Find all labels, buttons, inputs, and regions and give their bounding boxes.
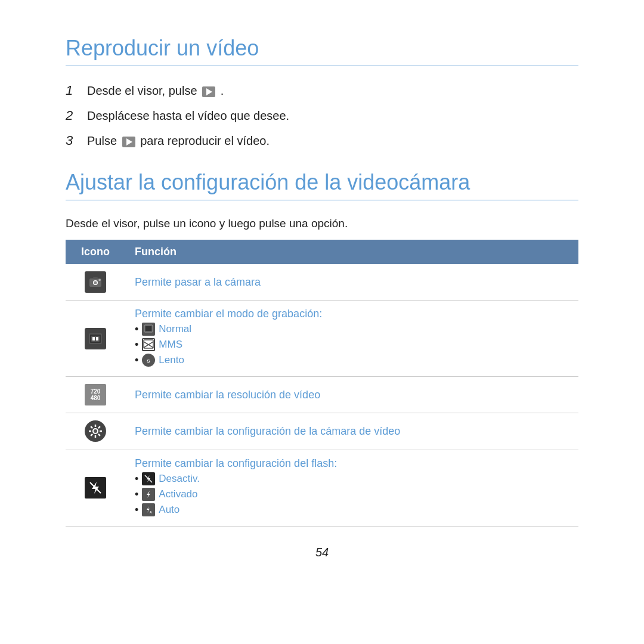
- section2-title: Ajustar la configuración de la videocáma…: [66, 170, 578, 200]
- settings-table: Icono Función ⊕: [66, 240, 578, 527]
- section1-title: Reproducir un vídeo: [66, 36, 578, 66]
- func-cell-camera: Permite pasar a la cámara: [125, 264, 578, 301]
- svg-text:S: S: [147, 358, 151, 364]
- svg-line-25: [98, 426, 100, 428]
- func-cell-settings: Permite cambiar la configuración de la c…: [125, 413, 578, 450]
- svg-rect-3: [93, 277, 98, 279]
- svg-point-2: [94, 281, 97, 284]
- icon-cell-resolution: 720480: [66, 377, 125, 413]
- svg-point-18: [94, 429, 97, 433]
- svg-line-26: [91, 434, 92, 436]
- normal-label: Normal: [159, 323, 191, 335]
- table-row-camera: ⊕ Permite pasar a la cámara: [66, 264, 578, 301]
- table-row-record: Permite cambiar el modo de grabación: No…: [66, 301, 578, 377]
- resolution-icon: 720480: [85, 384, 106, 405]
- table-row-resolution: 720480 Permite cambiar la resolución de …: [66, 377, 578, 413]
- func-cell-flash: Permite cambiar la configuración del fla…: [125, 450, 578, 527]
- page-number: 54: [66, 546, 578, 559]
- svg-rect-11: [145, 326, 151, 331]
- table-row-settings: Permite cambiar la configuración de la c…: [66, 413, 578, 450]
- mms-label: MMS: [159, 339, 182, 351]
- svg-rect-9: [96, 337, 98, 340]
- flash-sublist: Desactiv. Activado A Auto: [135, 472, 569, 516]
- mms-icon: [142, 338, 155, 351]
- sublist-item-slow: S Lento: [135, 354, 569, 367]
- camera-switch-icon: ⊕: [85, 271, 106, 293]
- record-mode-sublist: Normal MMS S Lento: [135, 323, 569, 367]
- step-2: 2 Desplácese hasta el vídeo que desee.: [66, 108, 578, 123]
- step-2-text: Desplácese hasta el vídeo que desee.: [87, 109, 289, 123]
- play-icon-1: [202, 86, 215, 97]
- sublist-item-flash-on: Activado: [135, 488, 569, 501]
- svg-text:A: A: [150, 510, 152, 514]
- flash-on-label: Activado: [159, 488, 197, 500]
- slow-icon: S: [142, 354, 155, 367]
- intro-text: Desde el visor, pulse un icono y luego p…: [66, 217, 578, 230]
- func-text-camera: Permite pasar a la cámara: [135, 276, 261, 288]
- func-cell-record: Permite cambiar el modo de grabación: No…: [125, 301, 578, 377]
- svg-line-24: [98, 434, 100, 436]
- func-text-record: Permite cambiar el modo de grabación:: [135, 308, 322, 320]
- step-2-num: 2: [66, 108, 87, 123]
- icon-cell-settings: [66, 413, 125, 450]
- icon-cell-record: [66, 301, 125, 377]
- table-row-flash: Permite cambiar la configuración del fla…: [66, 450, 578, 527]
- func-cell-resolution: Permite cambiar la resolución de vídeo: [125, 377, 578, 413]
- table-header-row: Icono Función: [66, 240, 578, 264]
- flash-off-label: Desactiv.: [159, 473, 200, 485]
- svg-line-23: [91, 426, 92, 428]
- col-header-func: Función: [125, 240, 578, 264]
- step-3: 3 Pulse para reproducir el vídeo.: [66, 133, 578, 148]
- sublist-item-normal: Normal: [135, 323, 569, 336]
- play-icon-3: [122, 137, 135, 147]
- step-3-text: Pulse para reproducir el vídeo.: [87, 134, 270, 148]
- flash-auto-label: Auto: [159, 504, 179, 516]
- step-1-num: 1: [66, 83, 87, 98]
- flash-auto-icon: A: [142, 503, 155, 516]
- svg-text:⊕: ⊕: [98, 278, 101, 281]
- func-text-flash: Permite cambiar la configuración del fla…: [135, 457, 337, 469]
- sublist-item-mms: MMS: [135, 338, 569, 351]
- normal-icon: [142, 323, 155, 336]
- sublist-item-flash-auto: A Auto: [135, 503, 569, 516]
- record-mode-icon: [85, 328, 106, 349]
- icon-cell-camera: ⊕: [66, 264, 125, 301]
- col-header-icon: Icono: [66, 240, 125, 264]
- steps-container: 1 Desde el visor, pulse . 2 Desplácese h…: [66, 83, 578, 148]
- flash-icon: [85, 477, 106, 499]
- func-text-settings: Permite cambiar la configuración de la c…: [135, 425, 400, 437]
- func-text-resolution: Permite cambiar la resolución de vídeo: [135, 389, 320, 401]
- settings-gear-icon: [85, 420, 106, 442]
- page-container: Reproducir un vídeo 1 Desde el visor, pu…: [54, 0, 590, 583]
- flash-on-icon: [142, 488, 155, 501]
- step-3-num: 3: [66, 133, 87, 148]
- flash-off-icon: [142, 472, 155, 485]
- sublist-item-flash-off: Desactiv.: [135, 472, 569, 485]
- slow-label: Lento: [159, 354, 184, 366]
- icon-cell-flash: [66, 450, 125, 527]
- step-1: 1 Desde el visor, pulse .: [66, 83, 578, 98]
- step-1-text: Desde el visor, pulse .: [87, 84, 224, 98]
- svg-rect-8: [92, 337, 95, 340]
